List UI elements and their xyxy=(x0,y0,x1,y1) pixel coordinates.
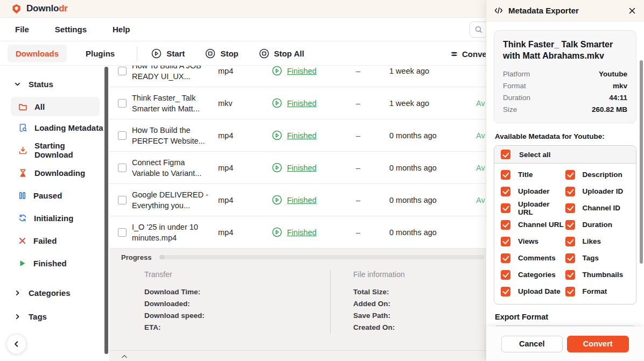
sidebar-item-all[interactable]: All xyxy=(11,97,100,116)
table-row[interactable]: Google DELIVERED -Everything you... mp4 … xyxy=(109,184,486,216)
checkbox-checked-icon[interactable] xyxy=(501,170,510,180)
sidebar-item-finished[interactable]: Finished xyxy=(0,252,105,274)
sidebar-section-status[interactable]: Status xyxy=(0,79,105,89)
status-link[interactable]: Finished xyxy=(287,99,317,108)
checkbox-checked-icon[interactable] xyxy=(501,237,510,246)
play-circle-icon[interactable] xyxy=(272,130,282,140)
option-upload-date[interactable]: Upload Date xyxy=(501,283,565,300)
row-checkbox[interactable] xyxy=(118,164,127,172)
checkbox-checked-icon[interactable] xyxy=(565,187,575,196)
table-row[interactable]: How To Build thePERFECT Website... mp4 F… xyxy=(109,119,486,152)
start-icon xyxy=(151,48,162,59)
menu-file[interactable]: File xyxy=(15,25,29,34)
size-value: 260.82 MB xyxy=(592,104,627,116)
cancel-button[interactable]: Cancel xyxy=(501,336,563,352)
select-all-option[interactable]: Select all xyxy=(494,146,636,164)
option-duration[interactable]: Duration xyxy=(565,216,630,233)
close-icon[interactable] xyxy=(628,7,636,15)
sidebar-item-initializing[interactable]: Initializing xyxy=(0,207,105,229)
sidebar-item-paused[interactable]: Paused xyxy=(0,184,105,207)
app-title: Downlodr xyxy=(26,3,68,14)
collapse-details-button[interactable] xyxy=(121,354,128,359)
checkbox-checked-icon[interactable] xyxy=(565,287,575,296)
option-categories[interactable]: Categories xyxy=(501,266,565,283)
checkbox-checked-icon[interactable] xyxy=(501,203,510,213)
checkbox-checked-icon[interactable] xyxy=(501,187,510,196)
sidebar-item-starting-download[interactable]: Starting Download xyxy=(0,139,105,161)
download-name: How To Build A JOBREADY UI_UX... xyxy=(132,66,218,82)
download-added: 0 months ago xyxy=(389,196,476,204)
checkbox-checked-icon[interactable] xyxy=(501,253,510,263)
play-circle-icon[interactable] xyxy=(272,162,282,173)
option-channel-url[interactable]: Channel URL xyxy=(501,216,565,233)
option-title[interactable]: Title xyxy=(501,166,565,183)
menu-settings[interactable]: Settings xyxy=(55,25,87,34)
option-likes[interactable]: Likes xyxy=(565,233,630,250)
tab-plugins[interactable]: Plugins xyxy=(78,45,123,62)
status-link[interactable]: Finished xyxy=(287,67,317,75)
status-link[interactable]: Finished xyxy=(287,196,317,204)
checkbox-checked-icon[interactable] xyxy=(565,270,575,280)
download-speed: – xyxy=(356,67,389,75)
duration-value: 44:11 xyxy=(609,92,627,104)
checkbox-checked-icon[interactable] xyxy=(501,150,510,159)
stop-all-icon xyxy=(259,48,269,59)
option-uploader-url[interactable]: Uploader URL xyxy=(501,200,565,216)
sidebar-section-categories[interactable]: Categories xyxy=(0,287,105,298)
status-link[interactable]: Finished xyxy=(287,164,317,172)
row-checkbox[interactable] xyxy=(118,67,127,75)
sidebar-item-loading-metadata[interactable]: Loading Metadata xyxy=(0,116,105,139)
play-circle-icon[interactable] xyxy=(272,98,282,108)
sidebar-item-downloading[interactable]: Downloading xyxy=(0,161,105,184)
checkbox-checked-icon[interactable] xyxy=(565,237,575,246)
checkbox-checked-icon[interactable] xyxy=(501,270,510,280)
code-icon xyxy=(494,7,503,14)
x-icon xyxy=(18,237,26,245)
checkbox-checked-icon[interactable] xyxy=(501,287,510,296)
option-uploader[interactable]: Uploader xyxy=(501,183,565,200)
sidebar-section-tags[interactable]: Tags xyxy=(0,311,105,322)
field-eta: ETA: xyxy=(144,322,330,334)
status-link[interactable]: Finished xyxy=(287,131,317,140)
option-thumbnails[interactable]: Thumbnails xyxy=(565,266,630,283)
option-uploader-id[interactable]: Uploader ID xyxy=(565,183,630,200)
table-row[interactable]: I_O '25 in under 10minutes.mp4 mp4 Finis… xyxy=(109,216,486,249)
sidebar-collapse-button[interactable] xyxy=(6,334,26,354)
row-checkbox[interactable] xyxy=(118,131,127,140)
table-row[interactable]: How To Build A JOBREADY UI_UX... mp4 Fin… xyxy=(109,66,486,87)
checkbox-checked-icon[interactable] xyxy=(565,253,575,263)
convert-button[interactable]: Convert xyxy=(567,336,629,352)
option-comments[interactable]: Comments xyxy=(501,250,565,266)
table-row[interactable]: Connect FigmaVariable to Variant... mp4 … xyxy=(109,152,486,184)
status-link[interactable]: Finished xyxy=(287,228,317,237)
option-tags[interactable]: Tags xyxy=(565,250,630,266)
tab-downloads[interactable]: Downloads xyxy=(8,45,67,62)
table-row[interactable]: Think Faster_ TalkSmarter with Matt... m… xyxy=(109,87,486,119)
checkbox-checked-icon[interactable] xyxy=(565,170,575,180)
option-channel-id[interactable]: Channel ID xyxy=(565,200,630,216)
download-added: 0 months ago xyxy=(389,228,476,237)
checkbox-checked-icon[interactable] xyxy=(565,203,575,213)
stop-all-button[interactable]: Stop All xyxy=(259,48,304,59)
vertical-scrollbar-thumb[interactable] xyxy=(104,67,108,354)
checkbox-checked-icon[interactable] xyxy=(565,220,575,230)
sidebar-item-failed[interactable]: Failed xyxy=(0,229,105,252)
row-checkbox[interactable] xyxy=(118,196,127,204)
row-checkbox[interactable] xyxy=(118,228,127,237)
stop-button[interactable]: Stop xyxy=(205,48,238,59)
checkbox-checked-icon[interactable] xyxy=(501,220,510,230)
row-checkbox[interactable] xyxy=(118,99,127,108)
download-speed: – xyxy=(356,196,389,204)
file-info-card: Think Faster_ Talk Smarter with Matt Abr… xyxy=(494,30,636,123)
start-button[interactable]: Start xyxy=(151,48,185,59)
menu-help[interactable]: Help xyxy=(113,25,130,34)
download-format: mp4 xyxy=(218,67,272,75)
option-views[interactable]: Views xyxy=(501,233,565,250)
play-circle-icon[interactable] xyxy=(272,195,282,205)
play-circle-icon[interactable] xyxy=(272,66,282,76)
play-circle-icon[interactable] xyxy=(272,227,282,237)
file-information-title: File information xyxy=(353,270,405,279)
option-format[interactable]: Format xyxy=(565,283,630,300)
option-description[interactable]: Description xyxy=(565,166,630,183)
panel-scrollbar-thumb[interactable] xyxy=(640,60,643,264)
